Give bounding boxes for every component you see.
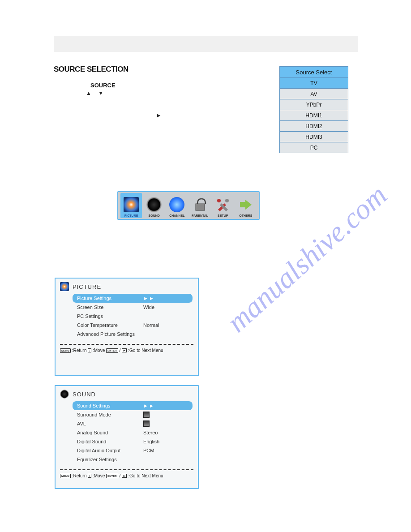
toolbar-item-channel[interactable]: CHANNEL [166, 193, 188, 218]
source-option-hdmi3[interactable]: HDMI3 [280, 132, 348, 142]
row-value: Stereo [143, 430, 158, 435]
menu-item-digital-sound[interactable]: Digital Sound English [73, 437, 193, 446]
menu-item-pc-settings[interactable]: PC Settings [73, 312, 193, 321]
section-title: SOURCE SELECTION [54, 65, 128, 74]
move-hint: :Move [93, 348, 105, 353]
slash: / [120, 348, 121, 353]
source-option-hdmi1[interactable]: HDMI1 [280, 110, 348, 121]
menu-item-equalizer-settings[interactable]: Equalizer Settings [73, 455, 193, 464]
sound-icon [146, 197, 162, 212]
toolbar-label: PICTURE [124, 214, 138, 217]
row-label: PC Settings [77, 313, 143, 319]
toolbar-label: SETUP [218, 214, 228, 217]
panel-list: Sound Settings ►► Surround Mode AVL Anal… [56, 401, 198, 464]
menu-item-screen-size[interactable]: Screen Size Wide [73, 303, 193, 312]
row-label: AVL [77, 421, 143, 426]
toolbar-item-picture[interactable]: PICTURE [120, 193, 142, 218]
row-label: Color Temperature [77, 322, 143, 328]
row-value: Normal [143, 322, 159, 328]
move-hint: :Move [93, 473, 105, 478]
enter-button-hint: ENTER [106, 474, 118, 478]
checkbox-icon [143, 420, 150, 427]
row-value: English [143, 439, 159, 444]
sound-menu-panel: SOUND Sound Settings ►► Surround Mode AV… [55, 385, 199, 489]
source-label: SOURCE [90, 82, 116, 89]
panel-header: SOUND [56, 386, 198, 401]
menu-button-hint: MENU [60, 474, 71, 478]
toolbar-label: PARENTAL [192, 214, 208, 217]
parental-icon [193, 197, 208, 212]
return-hint: :Return [72, 348, 87, 353]
next-hint: :Go to Next Menu [128, 348, 163, 353]
row-value: PCM [143, 448, 154, 453]
toolbar-item-others[interactable]: OTHERS [235, 193, 257, 218]
menu-item-digital-audio-output[interactable]: Digital Audio Output PCM [73, 446, 193, 455]
toolbar-item-parental[interactable]: PARENTAL [189, 193, 211, 218]
source-select-header: Source Select [280, 67, 348, 78]
sound-icon [60, 390, 69, 399]
panel-header: PICTURE [56, 279, 198, 294]
source-option-ypbpr[interactable]: YPbPr [280, 99, 348, 110]
updown-icon: ↕ [88, 348, 91, 352]
divider [60, 469, 193, 470]
enter-button-hint: ENTER [106, 348, 118, 353]
row-value: ►► [143, 403, 155, 408]
checkbox-icon [143, 412, 150, 418]
source-option-pc[interactable]: PC [280, 142, 348, 153]
right-arrow-icon: ► [156, 112, 162, 119]
svg-point-1 [225, 199, 229, 202]
menu-item-analog-sound[interactable]: Analog Sound Stereo [73, 428, 193, 437]
picture-menu-panel: PICTURE Picture Settings ►► Screen Size … [55, 278, 199, 376]
svg-point-2 [217, 199, 221, 202]
menu-item-surround-mode[interactable]: Surround Mode [73, 410, 193, 419]
picture-icon [60, 282, 69, 291]
toolbar-item-setup[interactable]: SETUP [212, 193, 234, 218]
menu-item-advanced-picture-settings[interactable]: Advanced Picture Settings [73, 330, 193, 339]
panel-title: SOUND [73, 391, 96, 398]
menu-item-color-temperature[interactable]: Color Temperature Normal [73, 321, 193, 330]
source-select-table: Source Select TV AV YPbPr HDMI1 HDMI2 HD… [279, 66, 348, 153]
svg-rect-0 [196, 204, 205, 210]
return-hint: :Return [72, 473, 87, 478]
row-label: Digital Audio Output [77, 448, 143, 453]
source-option-av[interactable]: AV [280, 89, 348, 99]
play-icon: ► [122, 474, 127, 478]
row-label: Surround Mode [77, 412, 143, 417]
row-label: Analog Sound [77, 430, 143, 435]
source-option-tv[interactable]: TV [280, 78, 348, 89]
menu-item-sound-settings[interactable]: Sound Settings ►► [73, 401, 193, 410]
row-label: Picture Settings [77, 296, 143, 301]
row-label: Advanced Picture Settings [77, 331, 143, 337]
source-option-hdmi2[interactable]: HDMI2 [280, 121, 348, 132]
panel-title: PICTURE [73, 283, 101, 290]
divider [60, 344, 193, 345]
play-icon: ► [122, 348, 127, 352]
up-down-arrow-icon: ▲ ▼ [86, 90, 106, 96]
row-label: Screen Size [77, 305, 143, 310]
menu-item-avl[interactable]: AVL [73, 419, 193, 428]
row-label: Sound Settings [77, 403, 143, 408]
next-hint: :Go to Next Menu [128, 473, 163, 478]
toolbar-label: CHANNEL [169, 214, 184, 217]
panel-footer: MENU :Return ↕ :Move ENTER / ► :Go to Ne… [56, 347, 198, 356]
row-label: Equalizer Settings [77, 457, 143, 462]
toolbar-label: SOUND [149, 214, 160, 217]
row-label: Digital Sound [77, 439, 143, 444]
toolbar-label: OTHERS [239, 214, 252, 217]
row-value: ►► [143, 296, 155, 301]
others-icon [238, 197, 253, 212]
setup-icon [215, 197, 231, 212]
main-menu-toolbar: PICTURE SOUND CHANNEL PARENTAL SETUP [117, 191, 260, 220]
channel-icon [169, 197, 184, 212]
panel-footer: MENU :Return ↕ :Move ENTER / ► :Go to Ne… [56, 472, 198, 482]
panel-list: Picture Settings ►► Screen Size Wide PC … [56, 294, 198, 339]
menu-button-hint: MENU [60, 348, 71, 353]
slash: / [120, 473, 121, 478]
picture-icon [124, 197, 139, 212]
updown-icon: ↕ [88, 474, 91, 478]
menu-item-picture-settings[interactable]: Picture Settings ►► [73, 294, 193, 303]
row-value: Wide [143, 305, 154, 310]
toolbar-item-sound[interactable]: SOUND [143, 193, 165, 218]
top-header-bar [54, 36, 358, 52]
page: SOURCE SELECTION SOURCE ▲ ▼ ► Source Sel… [0, 0, 411, 532]
